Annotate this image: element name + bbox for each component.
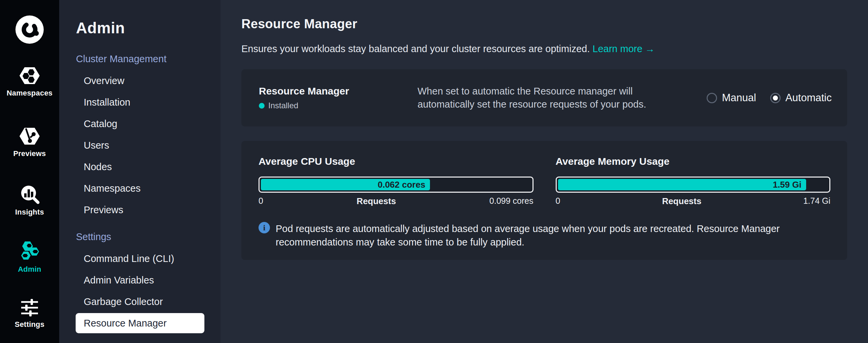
memory-usage-bar: 1.59 Gi	[556, 177, 831, 193]
memory-usage-title: Average Memory Usage	[556, 156, 831, 167]
learn-more-link[interactable]: Learn more →	[593, 43, 655, 54]
nav-item-command-line-cli[interactable]: Command Line (CLI)	[59, 248, 220, 269]
mode-description: When set to automatic the Resource manag…	[417, 85, 670, 111]
nav-item-resource-manager[interactable]: Resource Manager	[75, 313, 205, 333]
rail-item-settings[interactable]: Settings	[0, 299, 59, 329]
status-label: Installed	[268, 101, 298, 110]
admin-sidebar-title: Admin	[76, 19, 220, 37]
automatic-radio-label: Automatic	[785, 92, 832, 104]
nav-item-overview[interactable]: Overview	[59, 70, 220, 91]
cpu-scale-requests: Requests	[357, 196, 396, 207]
brand-logo[interactable]	[0, 15, 59, 44]
rail-item-namespaces[interactable]: Namespaces	[0, 66, 59, 97]
nav-item-installation[interactable]: Installation	[59, 91, 220, 113]
mode-radio-group: Manual Automatic	[707, 92, 832, 104]
memory-scale-min: 0	[556, 196, 560, 207]
usage-card: Average CPU Usage 0.062 cores 0 Requests…	[241, 141, 847, 260]
cpu-scale-max: 0.099 cores	[490, 196, 533, 207]
status-row: Installed	[259, 101, 417, 110]
memory-scale-max: 1.74 Gi	[803, 196, 830, 207]
mode-radio-automatic[interactable]: Automatic	[770, 92, 832, 104]
nav-section-cluster-management: Cluster Management	[76, 54, 220, 65]
nav-item-catalog[interactable]: Catalog	[59, 113, 220, 134]
cpu-usage-scale: 0 Requests 0.099 cores	[258, 196, 533, 207]
manual-radio-label: Manual	[722, 92, 756, 104]
rail-label: Insights	[15, 208, 44, 217]
automatic-radio-icon	[770, 93, 781, 103]
resource-manager-settings-card: Resource Manager Installed When set to a…	[241, 69, 847, 126]
icon-rail: Namespaces Previews Insights	[0, 0, 59, 343]
rail-label: Settings	[15, 320, 44, 329]
settings-list: Command Line (CLI) Admin Variables Garba…	[59, 248, 220, 333]
info-icon: i	[258, 222, 270, 233]
cpu-usage-meter: Average CPU Usage 0.062 cores 0 Requests…	[258, 156, 533, 207]
main-panel: Resource Manager Ensures your workloads …	[220, 0, 868, 343]
info-note-text: Pod requests are automatically adjusted …	[276, 222, 830, 249]
admin-icon	[19, 241, 40, 261]
memory-usage-scale: 0 Requests 1.74 Gi	[556, 196, 831, 207]
memory-usage-fill: 1.59 Gi	[558, 179, 806, 190]
app-window: Namespaces Previews Insights	[0, 0, 868, 343]
cpu-scale-min: 0	[258, 196, 263, 207]
cpu-usage-fill: 0.062 cores	[261, 179, 430, 190]
cpu-usage-bar: 0.062 cores	[258, 177, 533, 193]
page-description: Ensures your workloads stay balanced and…	[241, 43, 847, 55]
rail-label: Previews	[13, 149, 46, 158]
card-title: Resource Manager	[259, 86, 417, 97]
nav-item-previews[interactable]: Previews	[59, 199, 220, 221]
rail-item-insights[interactable]: Insights	[0, 184, 59, 217]
rail-item-admin[interactable]: Admin	[0, 241, 59, 274]
previews-icon	[19, 126, 40, 146]
nav-item-admin-variables[interactable]: Admin Variables	[59, 269, 220, 291]
cpu-usage-title: Average CPU Usage	[258, 156, 533, 167]
info-note: i Pod requests are automatically adjuste…	[258, 222, 830, 249]
status-dot	[259, 103, 265, 108]
nav-item-nodes[interactable]: Nodes	[59, 156, 220, 178]
nav-item-users[interactable]: Users	[59, 134, 220, 156]
page-title: Resource Manager	[241, 17, 847, 31]
insights-icon	[19, 184, 40, 205]
usage-meters: Average CPU Usage 0.062 cores 0 Requests…	[258, 156, 830, 207]
rail-label: Admin	[18, 265, 41, 274]
cluster-management-list: Overview Installation Catalog Users Node…	[59, 70, 220, 221]
manual-radio-icon	[707, 93, 717, 103]
rail-label: Namespaces	[7, 89, 53, 97]
admin-sidebar: Admin Cluster Management Overview Instal…	[59, 0, 220, 343]
mode-radio-manual[interactable]: Manual	[707, 92, 756, 104]
resource-manager-info: Resource Manager Installed	[259, 86, 417, 110]
page-description-text: Ensures your workloads stay balanced and…	[241, 43, 590, 54]
nav-item-namespaces[interactable]: Namespaces	[59, 178, 220, 199]
nav-item-garbage-collector[interactable]: Garbage Collector	[59, 291, 220, 312]
memory-scale-requests: Requests	[662, 196, 701, 207]
settings-sliders-icon	[20, 299, 40, 317]
memory-usage-meter: Average Memory Usage 1.59 Gi 0 Requests …	[556, 156, 831, 207]
namespaces-icon	[19, 66, 40, 86]
rail-item-previews[interactable]: Previews	[0, 126, 59, 158]
okteto-logo-icon	[16, 15, 44, 44]
nav-section-settings: Settings	[76, 231, 220, 243]
